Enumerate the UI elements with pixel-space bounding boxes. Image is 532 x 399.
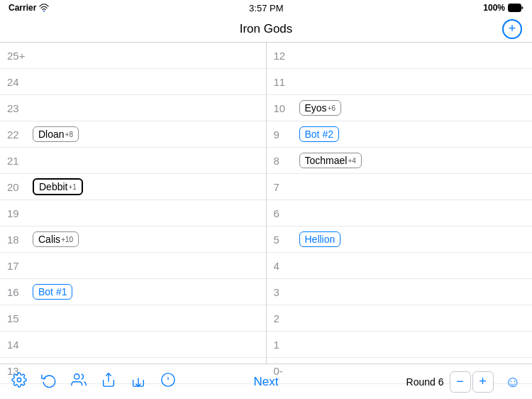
toolbar-right: Round 6 − + ☺ <box>351 371 521 393</box>
info-icon[interactable] <box>160 372 176 391</box>
table-row: 12 <box>267 43 533 69</box>
round-stepper: − + <box>450 371 494 393</box>
battery-icon <box>508 4 523 12</box>
character-badge[interactable]: Bot #2 <box>299 126 339 142</box>
table-row: 8Tochmael+4 <box>267 148 533 174</box>
download-icon[interactable] <box>131 372 146 391</box>
initiative-number: 1 <box>274 339 295 351</box>
initiative-number: 7 <box>274 181 295 193</box>
header: Iron Gods + <box>0 16 532 43</box>
wifi-icon <box>39 3 49 13</box>
table-row: 7 <box>267 174 533 200</box>
status-time: 3:57 PM <box>249 3 283 13</box>
smiley-icon[interactable]: ☺ <box>505 373 521 391</box>
modifier-badge: +6 <box>328 104 336 112</box>
initiative-number: 19 <box>7 207 28 219</box>
initiative-number: 23 <box>7 102 28 114</box>
toolbar-left-icons <box>11 372 181 391</box>
initiative-number: 6 <box>274 207 295 219</box>
next-button[interactable]: Next <box>181 375 350 389</box>
settings-icon[interactable] <box>11 372 27 391</box>
svg-point-3 <box>17 378 21 382</box>
page-title: Iron Gods <box>240 22 293 36</box>
table-row: 20Debbit+1 <box>0 174 266 200</box>
status-right: 100% <box>483 3 523 13</box>
character-badge[interactable]: Dloan+8 <box>33 126 79 142</box>
left-column: 25+242322Dloan+82120Debbit+11918Calis+10… <box>0 43 267 364</box>
initiative-number: 22 <box>7 129 28 141</box>
initiative-number: 4 <box>274 260 295 272</box>
round-decrement-button[interactable]: − <box>450 371 471 393</box>
initiative-number: 18 <box>7 234 28 246</box>
table-row: 4 <box>267 253 533 279</box>
initiative-number: 3 <box>274 286 295 298</box>
table-row: 22Dloan+8 <box>0 121 266 148</box>
modifier-badge: +1 <box>68 183 76 191</box>
table-row: 19 <box>0 200 266 226</box>
initiative-number: 14 <box>7 339 28 351</box>
modifier-badge: +4 <box>348 157 355 165</box>
character-badge[interactable]: Tochmael+4 <box>299 153 362 168</box>
round-increment-button[interactable]: + <box>472 371 494 393</box>
add-button[interactable]: + <box>502 19 522 39</box>
character-badge[interactable]: Calis+10 <box>33 231 79 247</box>
modifier-badge: +8 <box>65 131 73 138</box>
initiative-number: 8 <box>274 155 295 167</box>
svg-rect-2 <box>509 4 521 11</box>
group-icon[interactable] <box>71 372 87 391</box>
table-row: 18Calis+10 <box>0 226 266 253</box>
initiative-number: 10 <box>274 102 295 114</box>
character-badge[interactable]: Bot #1 <box>33 284 72 300</box>
initiative-grid: 25+242322Dloan+82120Debbit+11918Calis+10… <box>0 43 532 364</box>
table-row: 15 <box>0 305 266 332</box>
svg-point-4 <box>74 374 79 379</box>
initiative-number: 5 <box>274 234 295 246</box>
character-badge[interactable]: Hellion <box>299 231 341 247</box>
table-row: 9Bot #2 <box>267 121 533 148</box>
table-row: 2 <box>267 305 533 332</box>
initiative-number: 12 <box>274 50 295 62</box>
battery-label: 100% <box>483 3 505 13</box>
initiative-number: 9 <box>274 129 295 141</box>
table-row: 6 <box>267 200 533 226</box>
modifier-badge: +10 <box>61 236 73 244</box>
table-row: 21 <box>0 148 266 174</box>
refresh-icon[interactable] <box>41 372 57 391</box>
share-icon[interactable] <box>101 372 116 391</box>
right-column: 121110Eyos+69Bot #28Tochmael+4765Hellion… <box>267 43 533 364</box>
table-row: 1 <box>267 332 533 358</box>
initiative-number: 25+ <box>7 50 28 62</box>
table-row: 24 <box>0 69 266 95</box>
table-row: 10Eyos+6 <box>267 95 533 121</box>
status-left: Carrier <box>9 3 49 13</box>
initiative-number: 21 <box>7 155 28 167</box>
initiative-number: 24 <box>7 76 28 88</box>
table-row: 25+ <box>0 43 266 69</box>
table-row: 17 <box>0 253 266 279</box>
table-row: 16Bot #1 <box>0 279 266 305</box>
carrier-label: Carrier <box>9 3 36 13</box>
table-row: 5Hellion <box>267 226 533 253</box>
round-label: Round 6 <box>406 376 444 388</box>
svg-point-0 <box>44 11 45 11</box>
table-row: 23 <box>0 95 266 121</box>
status-bar: Carrier 3:57 PM 100% <box>0 0 532 16</box>
initiative-number: 20 <box>7 181 28 193</box>
table-row: 11 <box>267 69 533 95</box>
table-row: 3 <box>267 279 533 305</box>
initiative-number: 17 <box>7 260 28 272</box>
initiative-number: 11 <box>274 76 295 88</box>
character-badge[interactable]: Eyos+6 <box>299 100 342 116</box>
initiative-number: 15 <box>7 312 28 324</box>
initiative-number: 16 <box>7 286 28 298</box>
character-badge[interactable]: Debbit+1 <box>33 178 83 195</box>
table-row: 14 <box>0 332 266 358</box>
initiative-number: 2 <box>274 312 295 324</box>
